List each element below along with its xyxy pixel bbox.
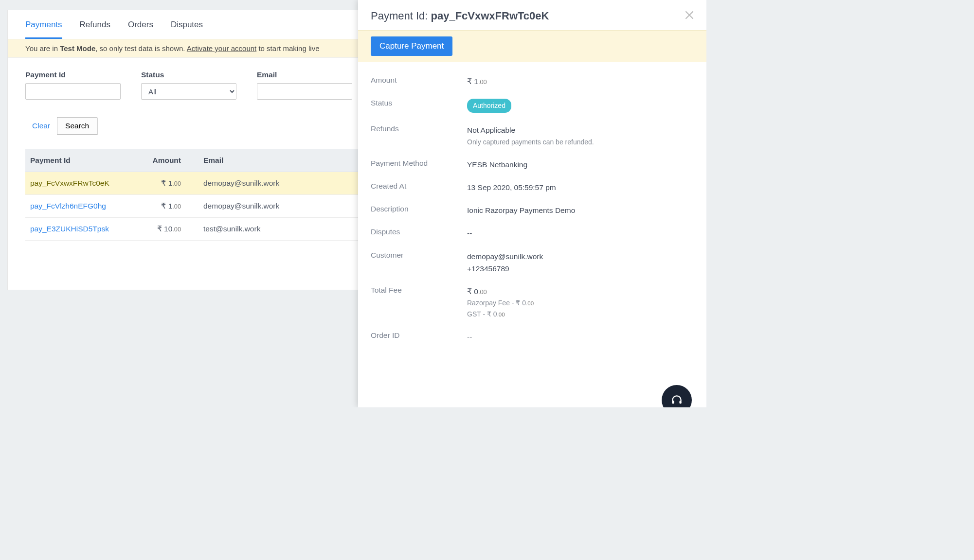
payment-id-cell[interactable]: pay_E3ZUKHiSD5Tpsk	[25, 218, 137, 241]
disputes-value: --	[467, 228, 472, 239]
payment-id-label: Payment Id	[25, 70, 121, 79]
detail-rows: Amount ₹ 1.00 Status Authorized Refunds …	[358, 62, 706, 378]
tab-disputes[interactable]: Disputes	[171, 10, 203, 39]
svg-rect-0	[672, 401, 674, 404]
created-label: Created At	[371, 182, 467, 193]
order-value: --	[467, 331, 472, 342]
status-select[interactable]: All	[141, 83, 236, 100]
drawer-title: Payment Id: pay_FcVxwxFRwTc0eK	[371, 10, 549, 22]
payment-id-input[interactable]	[25, 83, 121, 100]
payment-detail-drawer: Payment Id: pay_FcVxwxFRwTc0eK Capture P…	[358, 0, 706, 407]
description-label: Description	[371, 205, 467, 216]
amount-cell: ₹ 10.00	[137, 218, 186, 241]
close-icon[interactable]	[685, 10, 694, 22]
amount-label: Amount	[371, 76, 467, 87]
amount-cell: ₹ 1.00	[137, 172, 186, 195]
refunds-label: Refunds	[371, 124, 467, 147]
order-label: Order ID	[371, 331, 467, 342]
tab-payments[interactable]: Payments	[25, 10, 62, 39]
amount-value: ₹ 1.00	[467, 76, 487, 87]
description-value: Ionic Razorpay Payments Demo	[467, 205, 575, 216]
customer-label: Customer	[371, 251, 467, 275]
col-payment-id: Payment Id	[25, 149, 137, 172]
activate-account-link[interactable]: Activate your account	[187, 44, 256, 52]
payment-id-cell[interactable]: pay_FcVlzh6nEFG0hg	[25, 195, 137, 218]
headset-icon	[670, 394, 683, 406]
customer-value: demopay@sunilk.work +123456789	[467, 251, 543, 275]
fee-value: ₹ 0.00 Razorpay Fee - ₹ 0.00 GST - ₹ 0.0…	[467, 286, 534, 319]
fee-label: Total Fee	[371, 286, 467, 319]
col-amount: Amount	[137, 149, 186, 172]
method-label: Payment Method	[371, 159, 467, 170]
test-mode-mid: , so only test data is shown.	[95, 44, 187, 52]
search-button[interactable]: Search	[57, 117, 97, 135]
status-badge: Authorized	[467, 99, 511, 113]
tab-orders[interactable]: Orders	[128, 10, 153, 39]
refunds-value: Not Applicable Only captured payments ca…	[467, 124, 594, 147]
email-input[interactable]	[257, 83, 352, 100]
help-fab[interactable]	[662, 385, 692, 407]
test-mode-prefix: You are in	[25, 44, 60, 52]
svg-rect-1	[679, 401, 681, 404]
test-mode-bold: Test Mode	[60, 44, 95, 52]
disputes-label: Disputes	[371, 228, 467, 239]
clear-link[interactable]: Clear	[32, 122, 50, 130]
email-label: Email	[257, 70, 352, 79]
status-label: Status	[141, 70, 236, 79]
capture-payment-button[interactable]: Capture Payment	[371, 36, 452, 56]
payment-id-cell[interactable]: pay_FcVxwxFRwTc0eK	[25, 172, 137, 195]
test-mode-suffix: to start making live	[256, 44, 319, 52]
created-value: 13 Sep 2020, 05:59:57 pm	[467, 182, 556, 193]
status-detail-label: Status	[371, 99, 467, 113]
tab-refunds[interactable]: Refunds	[80, 10, 110, 39]
method-value: YESB Netbanking	[467, 159, 527, 170]
amount-cell: ₹ 1.00	[137, 195, 186, 218]
